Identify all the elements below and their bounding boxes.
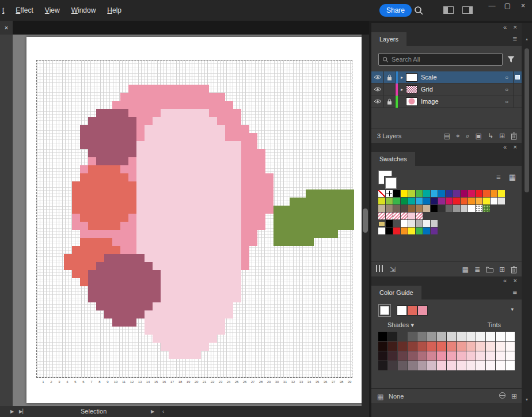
swatch[interactable] [453,190,460,197]
layer-thumbnail[interactable] [406,97,417,106]
harmony-dropdown-icon[interactable]: ▾ [511,306,514,312]
base-color-swatch[interactable] [407,305,417,316]
swatch[interactable] [468,205,475,212]
limit-color-group-icon[interactable] [499,389,506,404]
swatch[interactable] [378,228,385,234]
variation-swatch[interactable] [388,351,397,361]
swatch[interactable] [423,228,430,234]
delete-selection-icon[interactable] [511,132,517,140]
swatch[interactable] [423,220,430,227]
variation-swatch[interactable] [506,351,515,361]
canvas-vertical-scrollbar[interactable] [362,35,369,406]
minimize-button[interactable]: — [484,0,500,12]
menu-item-view[interactable]: View [45,6,60,14]
lock-icon[interactable] [384,96,396,108]
last-artboard-icon[interactable]: ▶▏ [19,406,26,417]
dock-scrollbar[interactable]: ▴ ▾ [522,23,532,417]
variation-swatch[interactable] [417,332,427,341]
lock-icon[interactable] [384,84,396,96]
variation-swatch[interactable] [417,351,427,361]
swatch[interactable] [401,213,408,219]
lock-icon[interactable] [384,71,396,84]
swatch[interactable] [498,190,505,197]
variation-swatch[interactable] [457,342,466,351]
new-sublayer-icon[interactable]: ↳ [488,128,493,143]
swatch[interactable] [408,205,415,212]
swatch[interactable] [453,198,460,204]
swatch[interactable] [431,220,438,227]
variation-swatch[interactable] [496,361,505,370]
layer-name[interactable]: Scale [421,74,437,81]
variation-swatch[interactable] [388,342,397,351]
visibility-eye-icon[interactable] [371,96,384,108]
layers-search-box[interactable] [378,53,503,66]
variation-swatch[interactable] [496,351,505,361]
swatch[interactable] [401,228,408,234]
tab-swatches[interactable]: Swatches [371,152,415,166]
variation-swatch[interactable] [427,332,436,341]
swatch[interactable] [408,190,415,197]
swatch[interactable] [438,190,445,197]
swatch[interactable] [476,190,482,197]
swatch[interactable] [386,213,393,219]
swatch[interactable] [416,205,423,212]
layers-search-input[interactable] [392,56,499,63]
expand-arrow-icon[interactable] [398,96,406,108]
close-panel-icon[interactable]: × [514,143,517,150]
swatch[interactable] [431,228,438,234]
menu-item-window[interactable]: Window [71,6,96,14]
swatch[interactable] [393,220,400,227]
variation-swatch[interactable] [486,351,495,361]
workspace-switcher-icon[interactable] [462,6,473,14]
grid-icon[interactable]: ▦ [377,393,383,401]
variation-swatch[interactable] [466,361,476,370]
variation-swatch[interactable] [506,361,515,370]
swatch[interactable] [476,205,482,212]
variation-swatch[interactable] [476,361,485,370]
variation-swatch[interactable] [417,342,427,351]
swatch[interactable] [431,205,438,212]
selection-indicator[interactable] [513,84,522,96]
swatch[interactable] [393,190,400,197]
add-from-library-icon[interactable]: ⇲ [390,262,396,277]
stitch-grid[interactable] [36,60,352,378]
swatch[interactable] [378,190,385,197]
swatch[interactable] [423,205,430,212]
swatch[interactable] [461,198,468,204]
scroll-left-icon[interactable]: ‹ [162,406,164,417]
swatch[interactable] [386,228,393,234]
layer-row-grid[interactable]: ▸Grid○ [371,84,522,96]
grid-view-icon[interactable]: ▦ [509,173,516,181]
swatch[interactable] [446,190,453,197]
close-panel-icon[interactable]: × [514,24,517,31]
swatch[interactable] [401,198,408,204]
stroke-swatch[interactable] [385,177,397,189]
variation-swatch[interactable] [486,361,495,370]
variation-swatch[interactable] [476,342,485,351]
variation-swatch[interactable] [388,332,397,341]
swatch[interactable] [408,220,415,227]
search-icon[interactable] [413,5,424,16]
variation-swatch[interactable] [408,351,417,361]
target-circle-icon[interactable]: ○ [500,86,513,93]
swatch[interactable] [461,190,468,197]
menu-item-t[interactable]: t [2,6,4,14]
variation-swatch[interactable] [457,351,466,361]
swatch[interactable] [393,198,400,204]
variation-swatch[interactable] [378,332,387,341]
selection-indicator[interactable] [513,96,522,108]
swatch[interactable] [386,220,393,227]
variation-swatch[interactable] [437,361,446,370]
collapse-panel-icon[interactable]: « [503,143,507,150]
expand-arrow-icon[interactable]: ▸ [398,71,406,84]
expand-arrow-icon[interactable]: ▸ [398,84,406,96]
variation-swatch[interactable] [378,351,387,361]
variation-swatch[interactable] [417,361,427,370]
variation-swatch[interactable] [408,342,417,351]
swatch[interactable] [476,198,482,204]
libraries-icon[interactable] [376,262,384,277]
variation-swatch[interactable] [476,332,485,341]
variation-swatch[interactable] [486,332,495,341]
menu-item-effect[interactable]: Effect [16,6,33,14]
swatch[interactable] [416,190,423,197]
